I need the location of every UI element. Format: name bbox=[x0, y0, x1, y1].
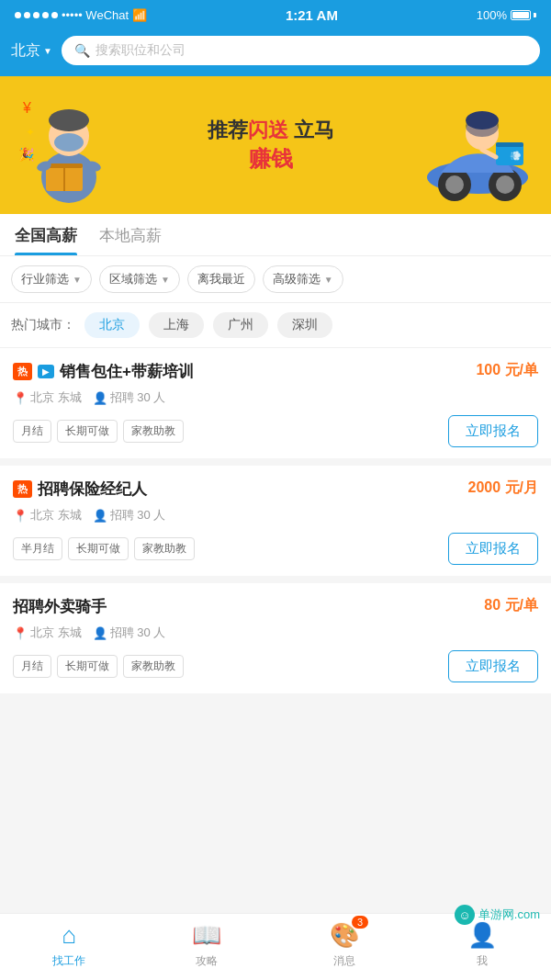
banner-left-figure: ¥ ✦ 🎉 bbox=[18, 85, 119, 205]
svg-rect-21 bbox=[496, 142, 523, 147]
svg-text:¥: ¥ bbox=[22, 100, 31, 116]
location-icon-3: 📍 bbox=[13, 626, 28, 640]
wifi-icon: 📶 bbox=[132, 8, 147, 22]
svg-point-14 bbox=[445, 175, 464, 194]
banner-content: ¥ ✦ 🎉 推荐闪送 立马 赚钱 bbox=[0, 85, 551, 205]
city-guangzhou[interactable]: 广州 bbox=[213, 312, 268, 338]
job-card-2: 热 招聘保险经纪人 2000 元/月 📍 北京 东城 👤 招聘 30 人 半月结 bbox=[0, 466, 551, 576]
tag-3-2: 家教助教 bbox=[123, 655, 184, 678]
status-left: ••••• WeChat 📶 bbox=[15, 8, 147, 22]
banner-highlight: 闪送 bbox=[248, 118, 288, 141]
nav-messages[interactable]: 🎨 3 消息 bbox=[276, 921, 413, 969]
job-meta-1: 📍 北京 东城 👤 招聘 30 人 bbox=[13, 389, 538, 406]
profile-icon: 👤 bbox=[467, 921, 497, 950]
job-tags-row-1: 月结 长期可做 家教助教 立即报名 bbox=[13, 415, 538, 447]
tag-2-0: 半月结 bbox=[13, 537, 62, 560]
nav-profile-label: 我 bbox=[477, 953, 488, 969]
tag-3-1: 长期可做 bbox=[57, 655, 118, 678]
nav-find-job-label: 找工作 bbox=[52, 953, 85, 969]
banner-text: 推荐闪送 立马 赚钱 bbox=[119, 117, 422, 174]
people-icon-1: 👤 bbox=[93, 391, 107, 405]
job-card-2-header: 热 招聘保险经纪人 2000 元/月 bbox=[13, 479, 538, 500]
location-icon-2: 📍 bbox=[13, 509, 28, 523]
job-title-3: 招聘外卖骑手 bbox=[13, 596, 107, 617]
job-meta-3: 📍 北京 东城 👤 招聘 30 人 bbox=[13, 625, 538, 641]
search-placeholder: 搜索职位和公司 bbox=[96, 42, 186, 59]
search-icon: 🔍 bbox=[74, 43, 90, 58]
home-icon: ⌂ bbox=[62, 921, 76, 950]
apply-btn-2[interactable]: 立即报名 bbox=[448, 533, 538, 565]
banner-prefix: 推荐 bbox=[208, 118, 248, 141]
tab-local[interactable]: 本地高薪 bbox=[99, 225, 162, 255]
status-time: 1:21 AM bbox=[286, 7, 338, 23]
tag-1-0: 月结 bbox=[13, 420, 51, 443]
job-tags-3: 月结 长期可做 家教助教 bbox=[13, 655, 184, 678]
job-tags-row-2: 半月结 长期可做 家教助教 立即报名 bbox=[13, 533, 538, 565]
banner-line2: 赚钱 bbox=[119, 144, 422, 174]
search-bar[interactable]: 🔍 搜索职位和公司 bbox=[62, 36, 540, 65]
banner-suffix: 立马 bbox=[288, 118, 334, 141]
city-selector[interactable]: 北京 ▼ bbox=[11, 41, 52, 61]
job-card-3-header: 招聘外卖骑手 80 元/单 bbox=[13, 596, 538, 617]
tabs-bar: 全国高薪 本地高薪 bbox=[0, 214, 551, 256]
header: 北京 ▼ 🔍 搜索职位和公司 bbox=[0, 28, 551, 76]
tag-1-2: 家教助教 bbox=[123, 420, 184, 443]
battery-indicator bbox=[511, 10, 536, 20]
job-title-row-3: 招聘外卖骑手 bbox=[13, 596, 484, 617]
hot-cities: 热门城市： 北京 上海 广州 深圳 bbox=[0, 303, 551, 348]
job-card-1-header: 热 ▶ 销售包住+带薪培训 100 元/单 bbox=[13, 361, 538, 382]
hiring-1: 👤 招聘 30 人 bbox=[93, 389, 166, 406]
hiring-3: 👤 招聘 30 人 bbox=[93, 625, 166, 641]
job-card-1: 热 ▶ 销售包住+带薪培训 100 元/单 📍 北京 东城 👤 招聘 30 人 bbox=[0, 348, 551, 458]
job-title-row-2: 热 招聘保险经纪人 bbox=[13, 479, 468, 500]
nav-guide[interactable]: 📖 攻略 bbox=[138, 921, 276, 969]
guide-icon: 📖 bbox=[192, 921, 221, 950]
hot-badge-1: 热 bbox=[13, 363, 32, 380]
location-icon-1: 📍 bbox=[13, 391, 28, 405]
tag-2-1: 长期可做 bbox=[68, 537, 129, 560]
city-beijing[interactable]: 北京 bbox=[84, 312, 140, 338]
job-list: 热 ▶ 销售包住+带薪培训 100 元/单 📍 北京 东城 👤 招聘 30 人 bbox=[0, 348, 551, 693]
svg-text:✦: ✦ bbox=[26, 126, 35, 139]
banner-right-figure: 💨 bbox=[422, 85, 533, 205]
banner[interactable]: ¥ ✦ 🎉 推荐闪送 立马 赚钱 bbox=[0, 76, 551, 214]
svg-point-19 bbox=[466, 115, 499, 137]
tab-nationwide[interactable]: 全国高薪 bbox=[15, 225, 77, 255]
apply-btn-1[interactable]: 立即报名 bbox=[448, 415, 538, 447]
city-shanghai[interactable]: 上海 bbox=[149, 312, 204, 338]
city-shenzhen[interactable]: 深圳 bbox=[277, 312, 332, 338]
nav-badge-wrap: 🎨 3 bbox=[330, 921, 359, 950]
job-title-2: 招聘保险经纪人 bbox=[38, 479, 147, 500]
nav-guide-label: 攻略 bbox=[196, 953, 218, 969]
nav-find-job[interactable]: ⌂ 找工作 bbox=[0, 921, 138, 969]
people-icon-2: 👤 bbox=[93, 509, 107, 523]
job-salary-3: 80 元/单 bbox=[484, 596, 538, 615]
svg-text:🎉: 🎉 bbox=[18, 147, 35, 163]
location-3: 📍 北京 东城 bbox=[13, 625, 82, 641]
video-badge-1: ▶ bbox=[38, 365, 54, 378]
job-tags-1: 月结 长期可做 家教助教 bbox=[13, 420, 184, 443]
signal-dots bbox=[15, 12, 58, 18]
filter-advanced[interactable]: 高级筛选 ▼ bbox=[263, 265, 343, 293]
filter-nearby[interactable]: 离我最近 bbox=[187, 265, 255, 293]
filter-advanced-arrow: ▼ bbox=[324, 275, 333, 285]
battery-label: 100% bbox=[477, 8, 507, 22]
city-arrow-icon: ▼ bbox=[43, 46, 52, 56]
nav-messages-label: 消息 bbox=[333, 953, 355, 969]
hiring-2: 👤 招聘 30 人 bbox=[93, 507, 166, 524]
job-title-row-1: 热 ▶ 销售包住+带薪培训 bbox=[13, 361, 476, 382]
nav-profile[interactable]: 👤 我 bbox=[413, 921, 551, 969]
banner-line1: 推荐闪送 立马 bbox=[119, 117, 422, 144]
svg-point-16 bbox=[496, 175, 514, 194]
job-title-1: 销售包住+带薪培训 bbox=[60, 361, 194, 382]
apply-btn-3[interactable]: 立即报名 bbox=[448, 650, 538, 682]
tag-2-2: 家教助教 bbox=[134, 537, 195, 560]
filter-industry[interactable]: 行业筛选 ▼ bbox=[11, 265, 92, 293]
watermark-text: 单游网.com bbox=[478, 907, 540, 923]
filter-area[interactable]: 区域筛选 ▼ bbox=[99, 265, 180, 293]
location-2: 📍 北京 东城 bbox=[13, 507, 82, 524]
tag-1-1: 长期可做 bbox=[57, 420, 118, 443]
svg-text:💨: 💨 bbox=[510, 150, 522, 162]
job-tags-row-3: 月结 长期可做 家教助教 立即报名 bbox=[13, 650, 538, 682]
hot-cities-label: 热门城市： bbox=[11, 317, 75, 333]
